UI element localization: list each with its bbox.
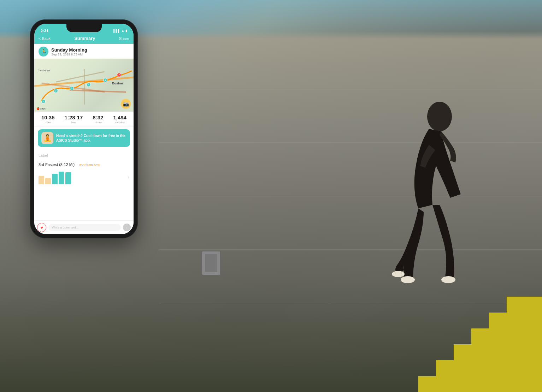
nav-title: Summary [74,36,95,41]
map-marker-4: 4 [87,83,91,87]
wifi-icon: ▲ [121,29,124,32]
stat-calories: 1,494 calories [113,114,126,124]
label-field[interactable]: Label [39,153,48,158]
chart-bars [39,170,71,184]
svg-point-0 [427,102,452,131]
stat-time-label: time [65,121,83,124]
svg-point-2 [441,276,455,283]
heart-button[interactable]: ♥ [37,223,46,232]
status-icons: ▌▌▌ ▲ ▮ [113,29,127,32]
chart-area: › [34,169,134,185]
back-button[interactable]: < Back [39,36,51,41]
comment-bar: ♥ Write a comment... ↑ [34,220,134,234]
activity-header: 🏃 Sunday Morning Sep 29, 2019 6:53 AM [34,44,134,59]
camera-button[interactable]: 📷 [121,99,131,109]
stat-pace-value: 8:32 [93,114,103,120]
label-section: Label [34,150,134,160]
stat-calories-label: calories [113,121,126,124]
svg-point-3 [392,271,405,277]
chart-bar [65,172,71,184]
chart-row: › [39,170,129,184]
status-time: 2:31 [41,29,48,33]
activity-title: Sunday Morning [51,47,87,53]
map-area[interactable]: Boston Cambridge 1 2 3 4 5 ⚑ 📷 🍎Maps [34,59,134,112]
wall-fixture [201,251,221,275]
stat-pace-label: min/mi [93,121,103,124]
phone-screen: 2:31 ▌▌▌ ▲ ▮ < Back Summary Share 🏃 Sund… [34,24,134,234]
stat-time: 1:28:17 time [65,114,83,124]
share-button[interactable]: Share [119,36,129,41]
chart-chevron-icon: › [128,175,129,180]
stat-miles-label: miles [41,121,55,124]
svg-point-1 [401,276,415,283]
performance-section: 3rd Fastest (8-12 Mi) -8:20 from best [34,160,134,169]
phone-mockup: 2:31 ▌▌▌ ▲ ▮ < Back Summary Share 🏃 Sund… [30,19,138,238]
activity-date: Sep 29, 2019 6:53 AM [51,53,87,56]
stat-miles: 10.35 miles [41,114,55,124]
stats-row: 10.35 miles 1:28:17 time 8:32 min/mi 1,4… [34,112,134,126]
map-marker-5: 5 [103,78,107,82]
stat-miles-value: 10.35 [41,114,55,120]
map-marker-start: 1 [41,99,46,103]
stat-time-value: 1:28:17 [65,114,83,120]
chart-bar [39,176,44,184]
comment-input[interactable]: Write a comment... [48,224,121,231]
phone-notch [66,24,102,32]
perf-rank: 3rd Fastest (8-12 Mi) [39,162,75,167]
perf-diff: -8:20 from best [78,163,100,167]
nav-bar: < Back Summary Share [34,34,134,44]
run-icon: 🏃 [39,47,48,57]
map-attribution: 🍎Maps [36,107,46,110]
map-marker-2: 2 [54,89,58,93]
map-marker-3: 3 [70,86,74,90]
runner-silhouette [348,74,489,392]
stat-pace: 8:32 min/mi [93,114,103,124]
phone-body: 2:31 ▌▌▌ ▲ ▮ < Back Summary Share 🏃 Sund… [30,19,138,238]
send-button[interactable]: ↑ [123,224,131,231]
map-marker-end: ⚑ [117,73,121,77]
chart-bar [45,178,51,184]
cta-banner[interactable]: 🧘 Need a stretch? Cool down for free in … [38,129,130,147]
stat-calories-value: 1,494 [113,114,126,120]
chart-bar [59,172,64,184]
cta-avatar: 🧘 [41,132,53,144]
signal-icon: ▌▌▌ [113,29,120,32]
chart-bar [52,174,58,184]
battery-icon: ▮ [125,29,127,32]
map-district-label: Cambridge [38,69,50,72]
map-city-label: Boston [112,82,123,85]
cta-text: Need a stretch? Cool down for free in th… [56,133,126,143]
